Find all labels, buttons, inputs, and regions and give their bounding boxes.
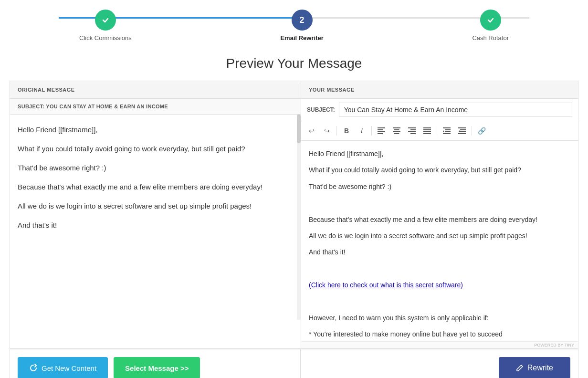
step-circle-2: 2 (292, 10, 313, 31)
svg-rect-18 (443, 127, 451, 128)
original-para-5: All we do is we login into a secret soft… (18, 200, 293, 212)
redo-button[interactable]: ↪ (320, 124, 334, 137)
align-right-button[interactable] (405, 124, 419, 137)
step-label-3: Cash Rotator (472, 34, 509, 42)
original-message-body: Hello Friend [[firstname]], What if you … (10, 115, 301, 320)
step-circle-3 (480, 10, 501, 31)
svg-rect-14 (423, 127, 431, 128)
step-label-1: Click Commissions (79, 34, 132, 42)
link-button[interactable]: 🔗 (475, 124, 488, 137)
progress-steps: Click Commissions 2 Email Rewriter Cash … (79, 10, 509, 42)
pencil-icon (516, 364, 524, 372)
italic-button[interactable]: I (355, 124, 368, 137)
main-content: ORIGINAL MESSAGE SUBJECT: YOU CAN STAY A… (10, 81, 578, 349)
svg-rect-3 (378, 129, 383, 130)
svg-rect-15 (423, 129, 431, 130)
editor-para-10: However, I need to warn you this system … (309, 313, 570, 323)
toolbar-sep-2 (371, 126, 372, 136)
svg-rect-11 (410, 129, 416, 130)
step-click-commissions: Click Commissions (79, 10, 132, 42)
svg-rect-6 (393, 127, 400, 128)
editor-para-9 (309, 296, 570, 307)
editor-area[interactable]: Hello Friend [[firstname]], What if you … (301, 141, 578, 341)
scrollbar[interactable] (297, 115, 301, 320)
refresh-icon (29, 364, 38, 372)
bottom-bar-right: Rewrite (301, 349, 578, 378)
svg-rect-24 (460, 131, 466, 132)
svg-rect-5 (378, 133, 383, 134)
indent-button[interactable] (440, 124, 453, 137)
original-subject-bar: SUBJECT: YOU CAN STAY AT HOME & EARN AN … (10, 99, 301, 115)
rewrite-button[interactable]: Rewrite (499, 357, 570, 378)
editor-para-2: What if you could totally avoid going to… (309, 165, 570, 175)
svg-rect-13 (410, 133, 416, 134)
step-email-rewriter: 2 Email Rewriter (280, 10, 323, 42)
original-para-4: Because that's what exactly me and a few… (18, 181, 293, 193)
editor-link-para: (Click here to check out what is this se… (309, 280, 570, 290)
svg-rect-17 (423, 133, 431, 134)
justify-button[interactable] (420, 124, 434, 137)
step-cash-rotator: Cash Rotator (472, 10, 509, 42)
subject-input[interactable] (339, 103, 572, 117)
editor-para-11: * You're interested to make money online… (309, 329, 570, 339)
page-title: Preview Your Message (0, 56, 588, 71)
svg-rect-9 (394, 133, 399, 134)
powered-by: POWERED BY TINY (301, 341, 578, 348)
svg-rect-10 (408, 127, 416, 128)
svg-rect-16 (423, 131, 431, 132)
undo-button[interactable]: ↩ (305, 124, 318, 137)
outdent-button[interactable] (455, 124, 469, 137)
get-new-content-button[interactable]: Get New Content (18, 357, 108, 378)
your-message-header: YOUR MESSAGE (301, 81, 578, 99)
editor-para-4 (309, 198, 570, 208)
original-para-6: And that's it! (18, 220, 293, 231)
original-para-2: What if you could totally avoid going to… (18, 143, 293, 155)
step-circle-1 (95, 10, 116, 31)
check-icon-1 (100, 15, 111, 25)
original-message-header: ORIGINAL MESSAGE (10, 81, 301, 99)
toolbar-sep-4 (472, 126, 472, 136)
svg-rect-20 (445, 131, 451, 132)
align-left-button[interactable] (375, 124, 388, 137)
svg-rect-22 (458, 127, 466, 128)
svg-point-1 (486, 15, 495, 25)
toolbar-sep-3 (437, 126, 437, 136)
editor-toolbar: ↩ ↪ B I 🔗 (301, 121, 578, 141)
editor-para-6: All we do is we login into a secret soft… (309, 231, 570, 241)
svg-rect-12 (408, 131, 416, 132)
progress-bar-container: Click Commissions 2 Email Rewriter Cash … (0, 0, 588, 46)
subject-label: SUBJECT: (307, 106, 335, 113)
svg-rect-25 (458, 133, 466, 134)
bottom-left-bar: Get New Content Select Message >> (10, 349, 301, 378)
svg-point-0 (101, 15, 110, 25)
editor-para-5: Because that's what exactly me and a few… (309, 214, 570, 225)
svg-rect-4 (378, 131, 385, 132)
original-message-panel: ORIGINAL MESSAGE SUBJECT: YOU CAN STAY A… (10, 81, 301, 348)
subject-row: SUBJECT: (301, 99, 578, 121)
bottom-right-bar: Rewrite (301, 349, 578, 378)
editor-para-1: Hello Friend [[firstname]], (309, 148, 570, 159)
editor-para-8 (309, 263, 570, 274)
editor-para-7: And that's it! (309, 247, 570, 257)
original-para-1: Hello Friend [[firstname]], (18, 124, 293, 136)
your-message-panel: YOUR MESSAGE SUBJECT: ↩ ↪ B I (301, 81, 578, 348)
svg-rect-2 (378, 127, 385, 128)
step-label-2: Email Rewriter (280, 34, 323, 42)
editor-link[interactable]: (Click here to check out what is this se… (309, 281, 463, 289)
select-message-button[interactable]: Select Message >> (114, 357, 200, 378)
align-center-button[interactable] (390, 124, 403, 137)
bold-button[interactable]: B (340, 124, 353, 137)
svg-rect-21 (443, 133, 451, 134)
toolbar-sep-1 (336, 126, 337, 136)
original-para-3: That'd be awesome right? :) (18, 162, 293, 174)
bottom-panels: Get New Content Select Message >> Rewrit… (10, 349, 578, 378)
svg-rect-7 (394, 129, 399, 130)
editor-para-3: That'd be awesome right? :) (309, 181, 570, 192)
bottom-bar-left: Get New Content Select Message >> (10, 349, 300, 378)
svg-rect-19 (445, 129, 451, 130)
scrollbar-thumb[interactable] (297, 115, 301, 143)
svg-rect-23 (460, 129, 466, 130)
check-icon-3 (485, 15, 496, 25)
svg-rect-8 (393, 131, 400, 132)
